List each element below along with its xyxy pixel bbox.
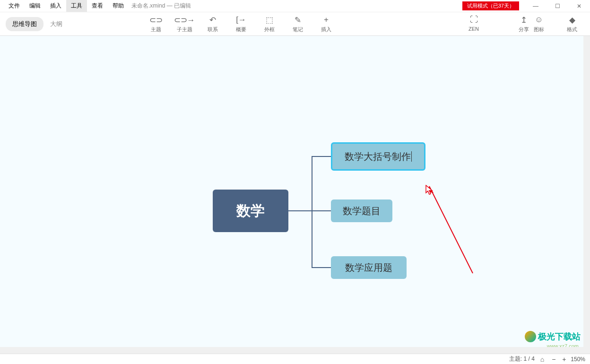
tool-topic[interactable]: ⊂⊃主题 [142,15,170,33]
tool-format[interactable]: ◆格式 [558,15,586,33]
format-icon: ◆ [569,15,575,25]
maximize-button[interactable]: ☐ [547,0,568,12]
canvas[interactable]: 数学 数学大括号制作 数学题目 数学应用题 极光下载站 www.xz7.com [0,36,590,354]
close-button[interactable]: ✕ [568,0,590,12]
tool-boundary[interactable]: ⬚外框 [255,15,284,33]
tool-summary[interactable]: [→概要 [227,15,255,33]
connectors [0,36,583,354]
insert-icon: + [324,15,329,25]
tool-notes[interactable]: ✎笔记 [284,15,312,33]
tool-format-label: 格式 [567,26,577,33]
menu-view[interactable]: 查看 [87,0,108,12]
tool-zen-label: ZEN [469,26,479,32]
tool-iconset[interactable]: ☺图标 [525,15,553,33]
tool-relationship-label: 联系 [208,26,218,33]
child-node-2[interactable]: 数学题目 [331,199,392,222]
tool-topic-label: 主题 [151,26,161,33]
watermark-url: www.xz7.com [547,343,579,349]
tool-group-main: ⊂⊃主题 ⊂⊃→子主题 ↶联系 [→概要 ⬚外框 ✎笔记 +插入 [142,15,340,33]
root-node[interactable]: 数学 [213,190,288,232]
mouse-cursor-icon [425,185,434,195]
menu-insert[interactable]: 插入 [45,0,66,12]
zoom-controls: − + 150% [550,355,585,363]
menu-edit[interactable]: 编辑 [25,0,45,12]
topic-count: 主题: 1 / 4 [509,355,535,363]
tool-notes-label: 笔记 [293,26,303,33]
menu-help[interactable]: 帮助 [108,0,129,12]
summary-icon: [→ [236,15,246,25]
document-title: 未命名.xmind — 已编辑 [131,2,191,10]
trial-badge[interactable]: 试用模式（已37天） [462,1,519,10]
tool-insert-label: 插入 [321,26,331,33]
map-overview-icon[interactable]: ⌂ [540,355,544,363]
status-bar: 主题: 1 / 4 ⌂ − + 150% [0,354,590,364]
tool-zen[interactable]: ⛶ZEN [460,15,488,33]
zoom-in-button[interactable]: + [560,355,568,363]
tool-iconset-label: 图标 [534,26,544,33]
tool-subtopic[interactable]: ⊂⊃→子主题 [170,15,199,33]
subtopic-icon: ⊂⊃→ [174,15,195,25]
window-controls: — ☐ ✕ [525,0,590,12]
child-node-1[interactable]: 数学大括号制作 [331,142,425,171]
child-node-1-text: 数学大括号制作 [345,150,411,163]
view-switch: 思维导图 大纲 [6,17,69,31]
menu-bar: 文件 编辑 插入 工具 查看 帮助 未命名.xmind — 已编辑 试用模式（已… [0,0,590,12]
tool-summary-label: 概要 [236,26,246,33]
tool-relationship[interactable]: ↶联系 [199,15,227,33]
toolbar: 思维导图 大纲 ⊂⊃主题 ⊂⊃→子主题 ↶联系 [→概要 ⬚外框 ✎笔记 +插入… [0,12,590,36]
watermark-text: 极光下载站 [538,331,581,342]
tool-group-far-right: ☺图标 ◆格式 [525,15,586,33]
menu-tools[interactable]: 工具 [66,0,87,12]
boundary-icon: ⬚ [266,15,273,25]
zoom-out-button[interactable]: − [550,355,557,363]
watermark: 极光下载站 [525,331,581,342]
minimize-button[interactable]: — [525,0,547,12]
view-mindmap[interactable]: 思维导图 [6,17,43,31]
child-node-3[interactable]: 数学应用题 [331,256,407,279]
notes-icon: ✎ [295,15,301,25]
menu-file[interactable]: 文件 [4,0,25,12]
svg-line-0 [429,186,473,273]
tool-insert[interactable]: +插入 [312,15,340,33]
watermark-icon [525,331,536,342]
relationship-icon: ↶ [209,15,216,25]
text-cursor [411,151,412,162]
smiley-icon: ☺ [535,15,543,25]
view-outline[interactable]: 大纲 [43,17,69,31]
tool-boundary-label: 外框 [264,26,275,33]
zoom-level[interactable]: 150% [571,356,585,363]
menu-items: 文件 编辑 插入 工具 查看 帮助 未命名.xmind — 已编辑 [0,0,191,12]
topic-icon: ⊂⊃ [149,15,163,25]
zen-icon: ⛶ [470,15,478,25]
tool-subtopic-label: 子主题 [177,26,192,33]
